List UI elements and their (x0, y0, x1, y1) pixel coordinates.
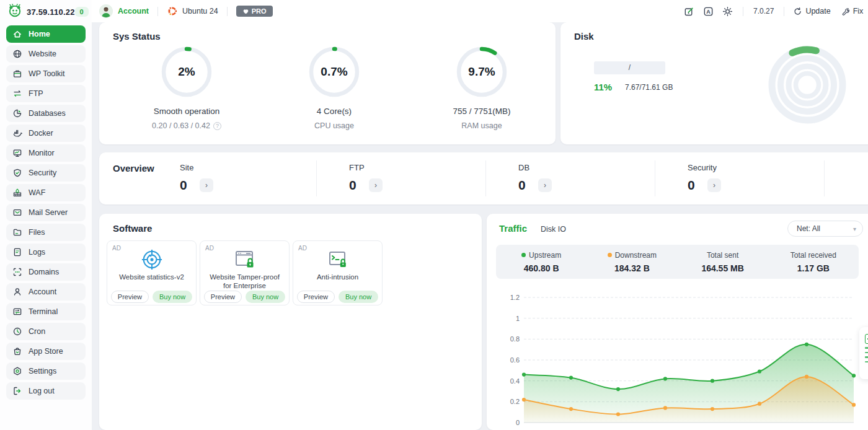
divider (227, 7, 228, 16)
overview-count: 0 (180, 178, 190, 193)
notification-badge[interactable]: 0 (75, 7, 89, 17)
gauge-label: 755 / 7751(MB) (453, 107, 510, 116)
cron-icon (12, 327, 22, 336)
fix-button[interactable]: Fix (841, 7, 864, 16)
sidebar-item-mail-server[interactable]: Mail Server (6, 204, 86, 221)
sidebar-item-label: Docker (29, 129, 53, 138)
tab-disk-io[interactable]: Disk IO (541, 225, 566, 234)
tab-traffic[interactable]: Traffic (499, 223, 527, 234)
sidebar-item-label: WAF (29, 188, 45, 197)
overview-row: 0 › (180, 178, 213, 193)
gauge-value: 9.7% (455, 45, 508, 99)
overview-goto-button[interactable]: › (200, 178, 213, 192)
gauge-sub-text: CPU usage (314, 121, 354, 130)
sidebar-item-home[interactable]: Home (6, 25, 86, 43)
sidebar-item-domains[interactable]: Domains (6, 263, 86, 281)
overview-card: Overview Site 0 › FTP 0 › DB 0 › Securit… (99, 152, 868, 204)
edit-icon[interactable] (684, 6, 694, 17)
gauge-sub-text: 0.20 / 0.63 / 0.42 (152, 121, 210, 130)
fix-label: Fix (853, 7, 864, 15)
stat-label: Downstream (615, 251, 657, 260)
theme-sun-icon[interactable] (722, 6, 733, 17)
ad-badge: AD (205, 245, 214, 252)
sidebar-item-databases[interactable]: Databases (6, 105, 86, 122)
account-icon (12, 287, 22, 297)
topbar-left: Account Ubuntu 24 PRO (99, 4, 273, 18)
ubuntu-icon (167, 6, 178, 17)
terminal-icon (12, 307, 22, 317)
gauge-value: 2% (160, 45, 213, 99)
sidebar-item-label: Databases (29, 109, 66, 118)
files-icon (12, 227, 22, 237)
sidebar-item-account[interactable]: Account (6, 283, 86, 301)
overview-col-security: Security 0 › (688, 163, 721, 193)
overview-goto-button[interactable]: › (369, 178, 383, 192)
sidebar-item-label: Cron (29, 327, 45, 336)
sys-status-title: Sys Status (113, 31, 556, 42)
sidebar-item-cron[interactable]: Cron (6, 323, 86, 340)
svg-text:1.2: 1.2 (510, 294, 520, 301)
sidebar-item-website[interactable]: Website (6, 45, 86, 63)
ad-name: Website statistics-v2 (107, 273, 196, 291)
topbar: Account Ubuntu 24 PRO A 7.0.27 (92, 0, 868, 22)
stat-label: Upstream (529, 251, 561, 260)
pro-badge[interactable]: PRO (236, 6, 273, 17)
sidebar-item-log-out[interactable]: Log out (6, 382, 86, 400)
sidebar-item-security[interactable]: Security (6, 164, 86, 182)
net-filter-select[interactable]: Net: All ▾ (787, 221, 863, 237)
website-icon (12, 49, 22, 59)
svg-text:0.2: 0.2 (510, 398, 520, 405)
sidebar-item-ftp[interactable]: FTP (6, 85, 86, 102)
sidebar-item-waf[interactable]: WAF (6, 184, 86, 201)
ad-name: Anti-intrusion (293, 273, 382, 291)
sidebar-item-wp-toolkit[interactable]: WP Toolkit (6, 65, 86, 82)
preview-button[interactable]: Preview (297, 291, 335, 303)
divider (655, 160, 655, 196)
buy-now-button[interactable]: Buy now (339, 291, 378, 303)
widget-text-line (865, 352, 868, 354)
buy-now-button[interactable]: Buy now (153, 291, 192, 303)
sidebar-item-files[interactable]: Files (6, 224, 86, 241)
sidebar-item-app-store[interactable]: App Store (6, 343, 86, 360)
heart-icon (242, 8, 249, 15)
sidebar-item-monitor[interactable]: Monitor (6, 144, 86, 162)
sidebar-item-terminal[interactable]: Terminal (6, 303, 86, 320)
overview-goto-button[interactable]: › (707, 178, 721, 192)
divider (743, 7, 743, 16)
overview-col-ftp: FTP 0 › (349, 163, 383, 193)
update-button[interactable]: Update (793, 7, 830, 16)
ftp-icon (12, 89, 22, 99)
gauges-row: 2% Smooth operation 0.20 / 0.63 / 0.42 ?… (113, 45, 556, 130)
language-icon[interactable]: A (703, 6, 714, 17)
help-icon[interactable]: ? (213, 122, 221, 130)
sidebar-item-label: Log out (29, 387, 55, 395)
sidebar-menu: Home Website WP Toolkit FTP Databases Do… (0, 24, 92, 400)
app-store-icon (12, 346, 22, 356)
overview-goto-button[interactable]: › (538, 178, 552, 192)
software-card: Software AD Website statistics-v2 Previe… (99, 214, 482, 430)
overview-label: FTP (349, 163, 383, 172)
user-avatar-icon[interactable] (99, 4, 113, 18)
side-help-widget[interactable] (859, 327, 868, 379)
stat-label-row: Total received (768, 251, 859, 260)
preview-button[interactable]: Preview (204, 291, 242, 303)
divider (824, 160, 825, 196)
traffic-stat-upstream: Upstream 460.80 B (496, 251, 587, 273)
overview-row: 0 › (688, 178, 721, 193)
traffic-stats-bar: Upstream 460.80 B Downstream 184.32 B To… (496, 245, 859, 279)
sidebar-item-label: Logs (29, 248, 45, 257)
gauge-2: 9.7% 755 / 7751(MB) RAM usage (408, 45, 556, 130)
stat-label-row: Downstream (587, 251, 677, 260)
update-label: Update (805, 7, 830, 15)
preview-button[interactable]: Preview (111, 291, 149, 303)
sidebar-item-logs[interactable]: Logs (6, 244, 86, 261)
sidebar-item-docker[interactable]: Docker (6, 125, 86, 142)
disk-usage-row: 11% 7.67/71.61 GB (594, 82, 673, 92)
account-link[interactable]: Account (118, 7, 149, 15)
overview-col-db: DB 0 › (518, 163, 552, 193)
sidebar-item-settings[interactable]: Settings (6, 362, 86, 380)
buy-now-button[interactable]: Buy now (246, 291, 285, 303)
ad-tile-2: AD Anti-intrusion Preview Buy now (293, 240, 383, 305)
anti-intrusion-icon (293, 248, 382, 271)
gauge-label: 4 Core(s) (317, 107, 352, 116)
